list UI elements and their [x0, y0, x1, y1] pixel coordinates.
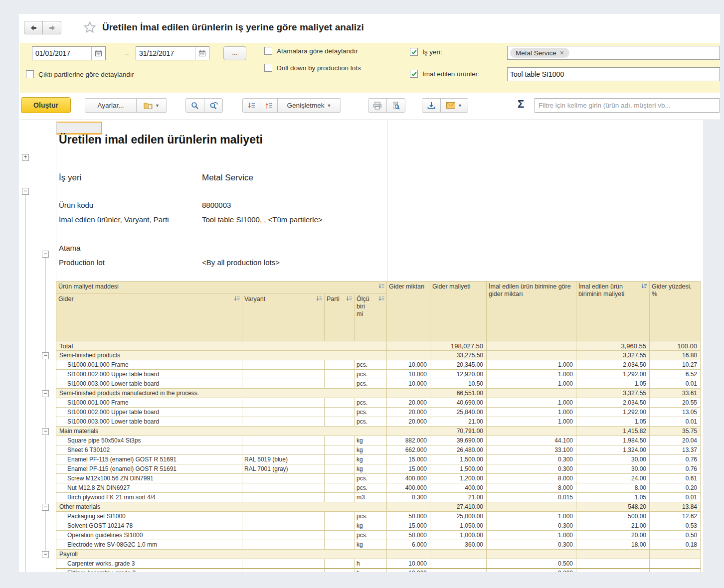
- col-header-gider[interactable]: Gider: [56, 294, 242, 341]
- sort-icon[interactable]: [234, 296, 240, 301]
- cell-gider-maliyeti[interactable]: 40,690.00: [430, 398, 487, 408]
- cell-gider-miktari[interactable]: [387, 341, 430, 351]
- cell-olcu-birimi[interactable]: kg: [355, 521, 387, 531]
- col-header-birim-maliyeti[interactable]: İmal edilen ürün biriminin maliyeti: [576, 282, 650, 341]
- cell-birim-maliyeti[interactable]: 500.00: [576, 512, 650, 521]
- cell-gider[interactable]: SI1000.001.000 Frame: [56, 360, 242, 370]
- cell-gider-yuzdesi[interactable]: 0.50: [650, 531, 701, 540]
- table-row[interactable]: Payroll: [56, 550, 701, 559]
- cell-group-name[interactable]: Other materials: [56, 502, 387, 512]
- cell-varyant[interactable]: [242, 540, 325, 550]
- collapse-icon[interactable]: −: [42, 504, 49, 511]
- cell-gider[interactable]: Solvent GOST 10214-78: [56, 521, 242, 531]
- table-row[interactable]: SI1000.003.000 Lower table boardpcs.20.0…: [56, 417, 701, 427]
- cell-gider-maliyeti[interactable]: 1,050.00: [430, 521, 487, 531]
- cell-gider-miktari[interactable]: 662.000: [387, 445, 430, 455]
- cell-gider-yuzdesi[interactable]: [650, 559, 701, 569]
- cell-parti[interactable]: [325, 540, 355, 550]
- cell-olcu-birimi[interactable]: m3: [355, 493, 387, 502]
- sort-icon[interactable]: [378, 284, 384, 289]
- cell-gider-maliyeti[interactable]: [430, 550, 487, 559]
- col-header-olcu-birimi[interactable]: Ölçü birimi: [355, 294, 387, 341]
- cell-birim-maliyeti[interactable]: 1,292.00: [576, 408, 650, 417]
- cell-gider-miktari[interactable]: 20.000: [387, 398, 430, 408]
- cell-varyant[interactable]: [242, 398, 325, 408]
- cell-birim-gider-miktari[interactable]: 8.000: [487, 483, 576, 493]
- table-row[interactable]: SI1000.002.000 Upper table boardpcs.20.0…: [56, 408, 701, 417]
- cell-olcu-birimi[interactable]: pcs.: [355, 474, 387, 483]
- workplace-input[interactable]: Metal Service ×: [507, 46, 720, 60]
- cell-gider-maliyeti[interactable]: 1,200.00: [430, 474, 487, 483]
- cell-birim-maliyeti[interactable]: 3,327.55: [576, 351, 650, 360]
- cell-gider[interactable]: Enamel PF-115 (enamel) GOST R 51691: [56, 464, 242, 474]
- cell-gider-maliyeti[interactable]: 1,000.00: [430, 531, 487, 540]
- cell-gider[interactable]: Enamel PF-115 (enamel) GOST R 51691: [56, 455, 242, 464]
- cell-birim-maliyeti[interactable]: 30.00: [576, 455, 650, 464]
- cell-birim-maliyeti[interactable]: 1.05: [576, 417, 650, 427]
- checkbox-checked-icon[interactable]: [410, 70, 418, 78]
- cell-gider[interactable]: Birch plywood FK 21 mm sort 4/4: [56, 493, 242, 502]
- cell-birim-maliyeti[interactable]: [576, 550, 650, 559]
- cell-birim-gider-miktari[interactable]: 1.000: [487, 417, 576, 427]
- cell-gider-yuzdesi[interactable]: 100.00: [650, 341, 701, 351]
- cell-olcu-birimi[interactable]: pcs.: [355, 417, 387, 427]
- cell-gider[interactable]: Screw M12x100.56 ZN DIN7991: [56, 474, 242, 483]
- cell-olcu-birimi[interactable]: pcs.: [355, 531, 387, 540]
- cell-birim-gider-miktari[interactable]: [487, 389, 576, 398]
- cell-olcu-birimi[interactable]: pcs.: [355, 483, 387, 493]
- cell-gider-maliyeti[interactable]: 70,791.00: [430, 427, 487, 436]
- cell-olcu-birimi[interactable]: kg: [355, 540, 387, 550]
- date-from-input[interactable]: [32, 47, 91, 60]
- cell-birim-maliyeti[interactable]: 8.00: [576, 483, 650, 493]
- cell-gider-yuzdesi[interactable]: 0.18: [650, 540, 701, 550]
- date-to-input[interactable]: [136, 47, 195, 60]
- cell-gider-yuzdesi[interactable]: 0.20: [650, 483, 701, 493]
- cell-varyant[interactable]: RAL 7001 (gray): [242, 464, 325, 474]
- cell-birim-gider-miktari[interactable]: 0.015: [487, 493, 576, 502]
- cell-gider-yuzdesi[interactable]: 0.61: [650, 474, 701, 483]
- table-row[interactable]: Semi-finished products manufactured in t…: [56, 389, 701, 398]
- cell-birim-gider-miktari[interactable]: 1.000: [487, 408, 576, 417]
- cell-gider-miktari[interactable]: [387, 389, 430, 398]
- cell-gider-yuzdesi[interactable]: 0.01: [650, 417, 701, 427]
- cell-birim-gider-miktari[interactable]: 1.000: [487, 360, 576, 370]
- cell-gider-maliyeti[interactable]: 21.00: [430, 417, 487, 427]
- cell-gider-miktari[interactable]: 20.000: [387, 408, 430, 417]
- collapse-icon[interactable]: −: [42, 551, 49, 558]
- cell-gider-maliyeti[interactable]: 1,500.00: [430, 464, 487, 474]
- settings-button[interactable]: Ayarlar...: [85, 98, 137, 113]
- cell-gider-maliyeti[interactable]: 27,410.00: [430, 502, 487, 512]
- cell-gider-miktari[interactable]: [387, 427, 430, 436]
- cell-birim-gider-miktari[interactable]: [487, 427, 576, 436]
- generate-button[interactable]: Oluştur: [21, 97, 71, 113]
- cell-birim-gider-miktari[interactable]: 1.000: [487, 512, 576, 521]
- table-row[interactable]: Operation guidelines SI1000pcs.50.0001,0…: [56, 531, 701, 540]
- cell-birim-gider-miktari[interactable]: 0.300: [487, 464, 576, 474]
- forward-button[interactable]: [42, 21, 61, 34]
- cell-gider-yuzdesi[interactable]: [650, 550, 701, 559]
- cell-gider-miktari[interactable]: 882.000: [387, 436, 430, 445]
- products-input[interactable]: [510, 70, 717, 78]
- print-preview-button[interactable]: [386, 98, 405, 113]
- cell-gider-miktari[interactable]: 10.000: [387, 379, 430, 389]
- cell-birim-maliyeti[interactable]: 1,984.50: [576, 436, 650, 445]
- cell-varyant[interactable]: [242, 521, 325, 531]
- cell-olcu-birimi[interactable]: pcs.: [355, 370, 387, 379]
- cell-gider-yuzdesi[interactable]: 0.01: [650, 493, 701, 502]
- cell-gider-yuzdesi[interactable]: 6.52: [650, 370, 701, 379]
- cell-birim-gider-miktari[interactable]: 44.100: [487, 436, 576, 445]
- cell-gider-miktari[interactable]: 400.000: [387, 483, 430, 493]
- cell-gider-maliyeti[interactable]: 25,840.00: [430, 408, 487, 417]
- cell-gider-maliyeti[interactable]: 1,500.00: [430, 455, 487, 464]
- search-next-button[interactable]: [204, 98, 223, 113]
- cell-birim-maliyeti[interactable]: 1,415.82: [576, 427, 650, 436]
- cell-birim-gider-miktari[interactable]: [487, 502, 576, 512]
- cell-parti[interactable]: [325, 483, 355, 493]
- cell-gider-miktari[interactable]: 6.000: [387, 540, 430, 550]
- cell-gider-miktari[interactable]: 10.000: [387, 360, 430, 370]
- cell-gider-yuzdesi[interactable]: 20.55: [650, 398, 701, 408]
- cell-gider-maliyeti[interactable]: 10.50: [430, 379, 487, 389]
- quick-filter-input[interactable]: [535, 98, 720, 113]
- cell-parti[interactable]: [325, 370, 355, 379]
- cell-gider-maliyeti[interactable]: 400.00: [430, 483, 487, 493]
